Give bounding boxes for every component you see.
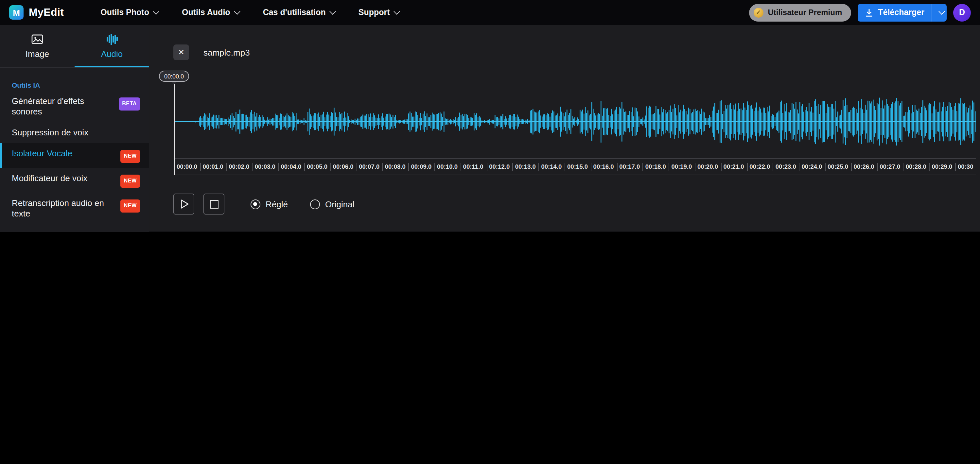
sidebar-item-generateur-effets-sonores[interactable]: Générateur d'effets sonores BETA <box>0 91 149 122</box>
file-row: ✕ sample.mp3 <box>173 44 250 60</box>
sidebar-tool-list: Outils IA Générateur d'effets sonores BE… <box>0 68 149 232</box>
top-bar: M MyEdit Outils Photo Outils Audio Cas d… <box>0 0 980 25</box>
chevron-down-icon <box>234 8 240 14</box>
premium-badge-icon: ✓ <box>754 8 764 17</box>
settings-area: Volume vocal dB <box>149 232 980 232</box>
download-split-button: Télécharger <box>858 3 947 21</box>
transport-controls: Réglé Original <box>173 194 355 215</box>
new-badge: NEW <box>121 175 140 188</box>
waveform-icon <box>105 32 118 46</box>
chevron-down-icon <box>939 8 945 14</box>
sidebar-tabs: Image Audio <box>0 25 149 68</box>
chevron-down-icon <box>329 8 336 14</box>
user-avatar[interactable]: D <box>953 3 971 21</box>
image-icon <box>31 32 44 46</box>
app-window: M MyEdit Outils Photo Outils Audio Cas d… <box>0 0 980 232</box>
sidebar: Image Audio Outils IA Générateur d'effet… <box>0 25 149 232</box>
premium-user-button[interactable]: ✓ Utilisateur Premium <box>749 3 851 21</box>
radio-unselected-icon <box>310 199 320 209</box>
sidebar-item-modificateur-de-voix[interactable]: Modificateur de voix NEW <box>0 168 149 193</box>
download-options-button[interactable] <box>932 3 947 21</box>
stop-button[interactable] <box>204 194 224 215</box>
top-nav: Outils Photo Outils Audio Cas d'utilisat… <box>100 8 399 17</box>
new-badge: NEW <box>121 150 140 163</box>
play-icon <box>174 194 194 215</box>
sidebar-item-suppression-de-voix[interactable]: Suppression de voix <box>0 122 149 143</box>
waveform-plot[interactable] <box>174 85 976 158</box>
close-file-button[interactable]: ✕ <box>173 44 189 60</box>
top-right-cluster: ✓ Utilisateur Premium Télécharger D <box>749 3 971 21</box>
file-name: sample.mp3 <box>204 48 250 57</box>
timeline-ruler[interactable]: 00:00.000:01.000:02.000:03.000:04.000:05… <box>174 158 976 175</box>
nav-outils-audio[interactable]: Outils Audio <box>182 8 239 17</box>
radio-selected-icon <box>251 199 260 209</box>
download-icon <box>865 8 873 17</box>
sidebar-item-retranscription-audio[interactable]: Retranscription audio en texte NEW <box>0 193 149 224</box>
beta-badge: BETA <box>119 97 140 111</box>
myedit-logo-text: MyEdit <box>29 6 64 18</box>
mode-option-regle[interactable]: Réglé <box>251 199 288 209</box>
mode-option-original[interactable]: Original <box>310 199 355 209</box>
tab-image[interactable]: Image <box>0 25 75 67</box>
new-badge: NEW <box>121 199 140 213</box>
sidebar-item-isolateur-vocale[interactable]: Isolateur Vocale NEW <box>0 143 149 168</box>
nav-support[interactable]: Support <box>358 8 399 17</box>
chevron-down-icon <box>153 8 159 14</box>
download-button[interactable]: Télécharger <box>858 3 932 21</box>
tab-audio[interactable]: Audio <box>75 25 149 67</box>
play-button[interactable] <box>173 194 194 215</box>
mode-radio-group: Réglé Original <box>251 199 355 209</box>
playhead-line[interactable] <box>174 84 175 175</box>
playhead-time-bubble: 00:00.0 <box>159 71 189 82</box>
main-content: ✕ sample.mp3 00:00.0 00:00.000:01.000:02… <box>149 25 980 232</box>
section-title-outils-ia: Outils IA <box>12 81 149 89</box>
chevron-down-icon <box>393 8 400 14</box>
stop-icon <box>210 200 218 208</box>
nav-cas-utilisation[interactable]: Cas d'utilisation <box>263 8 335 17</box>
nav-outils-photo[interactable]: Outils Photo <box>100 8 158 17</box>
myedit-logo[interactable]: M MyEdit <box>9 5 64 20</box>
myedit-logo-icon: M <box>9 5 24 20</box>
